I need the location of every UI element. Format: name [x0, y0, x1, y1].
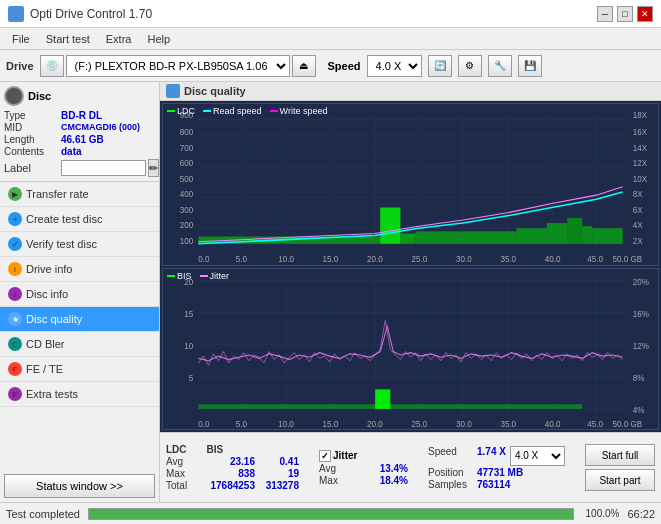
menu-help[interactable]: Help — [139, 31, 178, 47]
status-window-button[interactable]: Status window >> — [4, 474, 155, 498]
top-chart: LDC Read speed Write speed — [162, 103, 659, 266]
nav-extra-tests[interactable]: E Extra tests — [0, 382, 159, 407]
time-display: 66:22 — [627, 508, 655, 520]
svg-text:20.0: 20.0 — [367, 255, 383, 264]
svg-text:14X: 14X — [633, 144, 648, 153]
nav-verify-test-disc[interactable]: ✓ Verify test disc — [0, 232, 159, 257]
svg-text:0.0: 0.0 — [198, 418, 209, 429]
svg-text:40.0: 40.0 — [545, 255, 561, 264]
svg-text:35.0: 35.0 — [500, 418, 516, 429]
svg-text:35.0: 35.0 — [500, 255, 516, 264]
speed-label: Speed — [328, 60, 361, 72]
drive-icon-btn[interactable]: 💿 — [40, 55, 64, 77]
main-area: Disc Type BD-R DL MID CMCMAGDI6 (000) Le… — [0, 82, 661, 502]
bottom-chart-svg: 20 15 10 5 20% 16% 12% 8% 4% 0.0 5.0 10.… — [163, 269, 658, 430]
svg-text:2X: 2X — [633, 237, 643, 246]
nav-icon-drive: i — [8, 262, 22, 276]
svg-text:100: 100 — [180, 237, 194, 246]
label-edit-button[interactable]: ✏ — [148, 159, 159, 177]
writespeed-label: Write speed — [280, 106, 328, 116]
max-jitter: 18.4% — [353, 475, 408, 486]
svg-text:6X: 6X — [633, 206, 643, 215]
svg-text:500: 500 — [180, 175, 194, 184]
svg-text:5: 5 — [189, 372, 194, 383]
nav-icon-extra: E — [8, 387, 22, 401]
nav-label-fete: FE / TE — [26, 363, 63, 375]
samples-val: 763114 — [477, 479, 510, 490]
svg-text:400: 400 — [180, 190, 194, 199]
nav-disc-quality[interactable]: ★ Disc quality — [0, 307, 159, 332]
svg-text:5.0: 5.0 — [236, 255, 248, 264]
jitter-checkbox[interactable]: ✓ — [319, 450, 331, 462]
max-label: Max — [166, 468, 196, 479]
svg-text:10: 10 — [184, 340, 193, 351]
refresh-button[interactable]: 🔄 — [428, 55, 452, 77]
readspeed-dot — [203, 110, 211, 112]
samples-key: Samples — [428, 479, 473, 490]
legend-jitter: Jitter — [200, 271, 230, 281]
max-ldc: 838 — [200, 468, 255, 479]
content-area: Disc quality LDC Read speed — [160, 82, 661, 502]
svg-text:8X: 8X — [633, 190, 643, 199]
svg-text:0.0: 0.0 — [198, 255, 210, 264]
svg-text:12X: 12X — [633, 159, 648, 168]
nav-label-drive: Drive info — [26, 263, 72, 275]
menu-extra[interactable]: Extra — [98, 31, 140, 47]
mid-value: CMCMAGDI6 (000) — [61, 122, 140, 133]
close-button[interactable]: ✕ — [637, 6, 653, 22]
nav-transfer-rate[interactable]: ▶ Transfer rate — [0, 182, 159, 207]
ldc-header: LDC — [166, 444, 187, 455]
nav-disc-info[interactable]: i Disc info — [0, 282, 159, 307]
start-full-button[interactable]: Start full — [585, 444, 655, 466]
eject-button[interactable]: ⏏ — [292, 55, 316, 77]
svg-text:20.0: 20.0 — [367, 418, 383, 429]
svg-rect-21 — [400, 233, 415, 243]
nav-label-disc: Disc info — [26, 288, 68, 300]
drive-select[interactable]: (F:) PLEXTOR BD-R PX-LB950SA 1.06 — [66, 55, 290, 77]
top-chart-svg: 900 800 700 600 500 400 300 200 100 18X … — [163, 104, 658, 265]
svg-text:600: 600 — [180, 159, 194, 168]
svg-text:16%: 16% — [633, 308, 649, 319]
disc-title: Disc — [28, 90, 51, 102]
label-label: Label — [4, 162, 59, 174]
nav-drive-info[interactable]: i Drive info — [0, 257, 159, 282]
avg-label: Avg — [166, 456, 196, 467]
mid-label: MID — [4, 122, 59, 133]
nav-items: ▶ Transfer rate + Create test disc ✓ Ver… — [0, 182, 159, 470]
nav-create-test-disc[interactable]: + Create test disc — [0, 207, 159, 232]
svg-text:12%: 12% — [633, 340, 649, 351]
length-label: Length — [4, 134, 59, 145]
nav-label-quality: Disc quality — [26, 313, 82, 325]
nav-cd-bler[interactable]: C CD Bler — [0, 332, 159, 357]
start-part-button[interactable]: Start part — [585, 469, 655, 491]
drive-label: Drive — [6, 60, 34, 72]
maximize-button[interactable]: □ — [617, 6, 633, 22]
speed-val: 1.74 X — [477, 446, 506, 466]
disc-icon — [4, 86, 24, 106]
label-input[interactable] — [61, 160, 146, 176]
avg-jitter-label: Avg — [319, 463, 349, 474]
total-label: Total — [166, 480, 196, 491]
svg-text:15.0: 15.0 — [323, 255, 339, 264]
nav-label-transfer: Transfer rate — [26, 188, 89, 200]
ldc-label: LDC — [177, 106, 195, 116]
legend-ldc: LDC — [167, 106, 195, 116]
charts-area: LDC Read speed Write speed — [160, 101, 661, 432]
nav-fe-te[interactable]: F FE / TE — [0, 357, 159, 382]
svg-rect-27 — [592, 228, 622, 244]
settings-button2[interactable]: 🔧 — [488, 55, 512, 77]
save-button[interactable]: 💾 — [518, 55, 542, 77]
svg-text:40.0: 40.0 — [545, 418, 561, 429]
speed-select2[interactable]: 4.0 X — [510, 446, 565, 466]
menu-file[interactable]: File — [4, 31, 38, 47]
svg-text:200: 200 — [180, 221, 194, 230]
speed-select[interactable]: 4.0 X — [367, 55, 422, 77]
bottom-chart: BIS Jitter — [162, 268, 659, 431]
svg-text:50.0 GB: 50.0 GB — [613, 255, 643, 264]
settings-button1[interactable]: ⚙ — [458, 55, 482, 77]
menu-start-test[interactable]: Start test — [38, 31, 98, 47]
disc-panel: Disc Type BD-R DL MID CMCMAGDI6 (000) Le… — [0, 82, 159, 182]
legend-readspeed: Read speed — [203, 106, 262, 116]
minimize-button[interactable]: ─ — [597, 6, 613, 22]
svg-rect-25 — [567, 218, 582, 244]
